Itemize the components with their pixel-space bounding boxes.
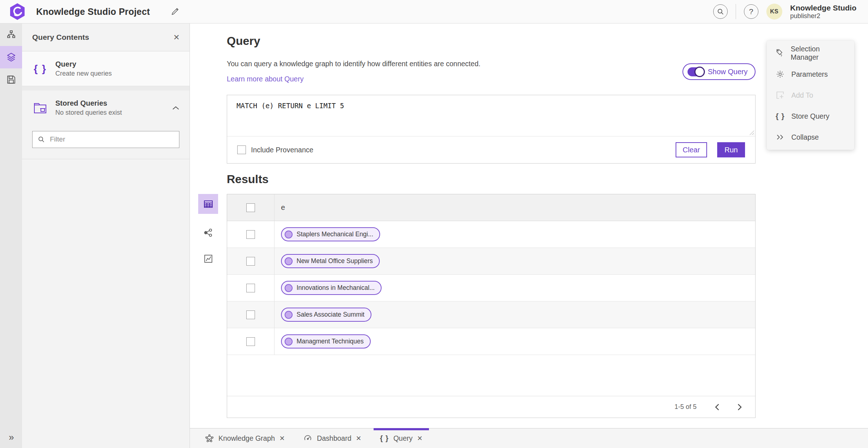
main-area: Query You can query a knowledge graph to… [190,24,868,428]
row-checkbox[interactable] [246,230,255,239]
chart-icon [204,254,213,263]
user-name: publisher2 [790,12,856,20]
header-divider [736,4,736,19]
data-model-rail-button[interactable] [0,24,22,46]
user-org: Knowledge Studio [790,4,856,12]
question-icon: ? [749,7,753,16]
row-checkbox[interactable] [246,284,255,292]
entity-chip[interactable]: New Metal Office Suppliers [281,254,380,268]
previous-page-button[interactable] [712,401,722,413]
menu-item-selection-manager[interactable]: Selection Manager [767,43,854,64]
panel-item-query[interactable]: { } Query Create new queries [22,51,190,86]
menu-item-parameters[interactable]: Parameters [767,64,854,85]
menu-item-store-query[interactable]: { } Store Query [767,106,854,127]
chevron-right-icon [737,403,742,411]
table-icon [203,199,213,209]
tab-label: Query [393,434,413,443]
learn-more-link[interactable]: Learn more about Query [227,75,303,83]
panel-spacer [22,86,190,90]
query-textarea[interactable]: MATCH (e) RETURN e LIMIT 5 [227,95,755,136]
magnifier-icon [38,136,45,143]
chevron-up-icon[interactable] [172,106,179,110]
entity-label: Sales Associate Summit [297,311,365,318]
close-tab-icon[interactable]: × [280,434,285,443]
edit-title-button[interactable] [170,7,180,16]
select-all-cell [227,194,275,221]
help-button[interactable]: ? [744,4,758,19]
select-all-checkbox[interactable] [246,203,255,212]
include-provenance-label: Include Provenance [251,146,313,154]
panel-header: Query Contents × [22,24,190,51]
entity-dot-icon [285,311,293,319]
close-icon: × [174,31,179,43]
user-info[interactable]: Knowledge Studio publisher2 [790,4,856,20]
query-tools-menu: Selection Manager Parameters Add To [767,41,854,150]
menu-item-collapse[interactable]: Collapse [767,127,854,148]
panel-item-title: Query [55,59,179,69]
include-provenance-checkbox[interactable] [237,145,246,154]
tab-dashboard[interactable]: Dashboard × [294,428,370,448]
bottom-tab-bar: Knowledge Graph × Dashboard × { } Query … [190,428,868,448]
chart-view-button[interactable] [198,252,218,266]
close-tab-icon[interactable]: × [356,434,361,443]
query-description: You can query a knowledge graph to ident… [227,60,480,68]
hierarchy-icon [7,30,16,39]
pagination-range: 1-5 of 5 [675,403,697,411]
query-editor: MATCH (e) RETURN e LIMIT 5 [227,95,755,136]
menu-item-add-to: Add To [767,85,854,106]
query-contents-panel: Query Contents × { } Query Create new qu… [22,24,190,448]
entity-dot-icon [285,338,293,346]
include-provenance-option[interactable]: Include Provenance [237,145,313,154]
run-button[interactable]: Run [717,142,745,157]
tab-label: Dashboard [317,434,351,443]
row-checkbox[interactable] [246,337,255,346]
filter-input[interactable] [50,135,174,143]
table-row: Managment Techniques [227,328,755,355]
entity-chip[interactable]: Sales Associate Summit [281,308,371,322]
clear-button[interactable]: Clear [676,142,707,157]
project-title: Knowledge Studio Project [36,7,150,17]
panel-item-title: Stored Queries [55,98,165,108]
layers-icon [6,52,16,62]
search-button[interactable] [713,4,728,19]
results-view-switcher [198,194,218,266]
query-editor-card: MATCH (e) RETURN e LIMIT 5 Include Prove… [227,95,756,164]
tab-knowledge-graph[interactable]: Knowledge Graph × [196,428,294,448]
row-checkbox[interactable] [246,310,255,319]
left-rail: » [0,24,22,448]
close-panel-button[interactable]: × [174,32,179,42]
close-tab-icon[interactable]: × [417,434,422,443]
link-chart-view-button[interactable] [198,225,218,240]
toggle-knob [694,67,705,77]
braces-icon: { } [32,63,48,75]
menu-item-label: Add To [791,91,813,100]
table-row: Sales Associate Summit [227,301,755,328]
show-query-toggle[interactable]: Show Query [682,63,756,80]
entity-chip[interactable]: Staplers Mechanical Engi... [281,227,380,241]
table-row: New Metal Office Suppliers [227,248,755,275]
link-chart-icon [204,228,213,237]
header-actions: ? KS Knowledge Studio publisher2 [713,4,868,20]
braces-icon: { } [775,112,785,121]
filter-section [22,125,190,159]
avatar[interactable]: KS [766,4,782,20]
contents-rail-button[interactable] [0,46,22,68]
double-chevron-right-icon [775,134,785,140]
next-page-button[interactable] [735,401,744,413]
show-query-label: Show Query [708,68,748,76]
saved-rail-button[interactable] [0,68,22,91]
chevron-left-icon [715,403,719,411]
row-checkbox[interactable] [246,257,255,266]
entity-label: New Metal Office Suppliers [297,257,373,265]
expand-rail-button[interactable]: » [0,432,22,443]
panel-item-text: Query Create new queries [55,59,179,78]
column-header-e: e [275,194,755,221]
tab-query[interactable]: { } Query × [371,428,432,448]
app-logo-icon [9,3,25,20]
entity-chip[interactable]: Managment Techniques [281,334,371,348]
panel-item-stored-queries[interactable]: Stored Queries No stored queries exist [22,90,190,125]
entity-chip[interactable]: Innovations in Mechanical... [281,281,382,295]
query-buttons: Clear Run [676,142,745,157]
selection-manager-icon [775,49,784,58]
table-view-button[interactable] [198,194,218,214]
